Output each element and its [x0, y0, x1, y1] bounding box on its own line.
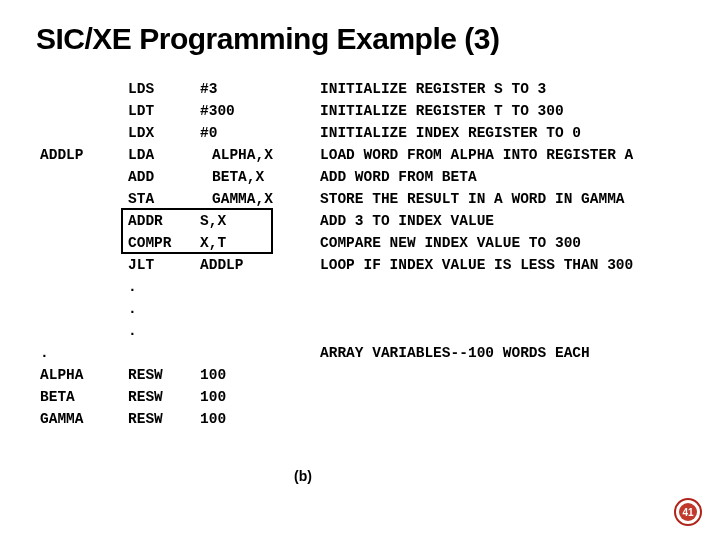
code-row: . [40, 320, 633, 342]
code-operand [200, 320, 320, 342]
code-row: . [40, 298, 633, 320]
code-mnemonic: STA [128, 188, 200, 210]
code-mnemonic: . [128, 320, 200, 342]
code-mnemonic: LDT [128, 100, 200, 122]
code-operand: ALPHA,X [200, 144, 320, 166]
code-label [40, 276, 128, 298]
code-label [40, 232, 128, 254]
code-label [40, 254, 128, 276]
code-row: ADDBETA,XADD WORD FROM BETA [40, 166, 633, 188]
code-row: JLTADDLPLOOP IF INDEX VALUE IS LESS THAN… [40, 254, 633, 276]
code-label [40, 210, 128, 232]
code-comment: LOAD WORD FROM ALPHA INTO REGISTER A [320, 144, 633, 166]
code-mnemonic: . [128, 298, 200, 320]
code-row: COMPRX,TCOMPARE NEW INDEX VALUE TO 300 [40, 232, 633, 254]
code-operand [200, 298, 320, 320]
code-label [40, 100, 128, 122]
code-label [40, 78, 128, 100]
code-label [40, 298, 128, 320]
code-operand: #3 [200, 78, 320, 100]
code-comment: INITIALIZE INDEX REGISTER TO 0 [320, 122, 581, 144]
code-row: . [40, 276, 633, 298]
code-row: ALPHARESW100 [40, 364, 633, 386]
code-comment: INITIALIZE REGISTER T TO 300 [320, 100, 564, 122]
code-label: BETA [40, 386, 128, 408]
code-comment: STORE THE RESULT IN A WORD IN GAMMA [320, 188, 625, 210]
code-operand: #0 [200, 122, 320, 144]
code-comment: ARRAY VARIABLES--100 WORDS EACH [320, 342, 590, 364]
code-operand: S,X [200, 210, 320, 232]
code-listing: LDS#3INITIALIZE REGISTER S TO 3LDT#300IN… [40, 78, 633, 430]
code-mnemonic: ADD [128, 166, 200, 188]
code-label [40, 122, 128, 144]
code-mnemonic [128, 342, 200, 364]
code-row: BETARESW100 [40, 386, 633, 408]
code-mnemonic: RESW [128, 364, 200, 386]
code-operand [200, 342, 320, 364]
code-operand [200, 276, 320, 298]
page-title: SIC/XE Programming Example (3) [36, 22, 499, 56]
code-comment: COMPARE NEW INDEX VALUE TO 300 [320, 232, 581, 254]
code-row: STAGAMMA,XSTORE THE RESULT IN A WORD IN … [40, 188, 633, 210]
figure-sublabel: (b) [294, 468, 312, 484]
code-label [40, 320, 128, 342]
code-label: ADDLP [40, 144, 128, 166]
code-mnemonic: RESW [128, 386, 200, 408]
code-row: LDX#0INITIALIZE INDEX REGISTER TO 0 [40, 122, 633, 144]
code-row: LDS#3INITIALIZE REGISTER S TO 3 [40, 78, 633, 100]
page-number-badge: 41 [674, 498, 702, 526]
code-row: GAMMARESW100 [40, 408, 633, 430]
code-label [40, 166, 128, 188]
code-comment: ADD 3 TO INDEX VALUE [320, 210, 494, 232]
code-operand: GAMMA,X [200, 188, 320, 210]
code-row: ADDLPLDAALPHA,XLOAD WORD FROM ALPHA INTO… [40, 144, 633, 166]
code-comment: LOOP IF INDEX VALUE IS LESS THAN 300 [320, 254, 633, 276]
code-row: ADDRS,XADD 3 TO INDEX VALUE [40, 210, 633, 232]
code-operand: ADDLP [200, 254, 320, 276]
code-mnemonic: LDS [128, 78, 200, 100]
code-operand: 100 [200, 386, 320, 408]
code-label [40, 188, 128, 210]
code-mnemonic: LDX [128, 122, 200, 144]
code-mnemonic: ADDR [128, 210, 200, 232]
code-operand: BETA,X [200, 166, 320, 188]
code-label: GAMMA [40, 408, 128, 430]
code-comment: ADD WORD FROM BETA [320, 166, 477, 188]
code-row: LDT#300INITIALIZE REGISTER T TO 300 [40, 100, 633, 122]
code-label: . [40, 342, 128, 364]
code-mnemonic: RESW [128, 408, 200, 430]
code-operand: 100 [200, 364, 320, 386]
code-operand: 100 [200, 408, 320, 430]
code-operand: X,T [200, 232, 320, 254]
code-mnemonic: . [128, 276, 200, 298]
code-operand: #300 [200, 100, 320, 122]
page-number: 41 [679, 503, 697, 521]
code-label: ALPHA [40, 364, 128, 386]
code-mnemonic: COMPR [128, 232, 200, 254]
code-comment: INITIALIZE REGISTER S TO 3 [320, 78, 546, 100]
code-mnemonic: LDA [128, 144, 200, 166]
code-mnemonic: JLT [128, 254, 200, 276]
code-row: .ARRAY VARIABLES--100 WORDS EACH [40, 342, 633, 364]
